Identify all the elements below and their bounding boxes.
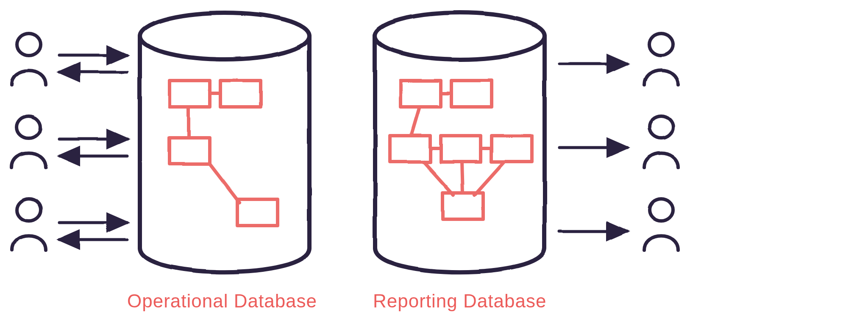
svg-line-16 (411, 107, 420, 136)
schema-box (451, 81, 492, 107)
user-icon (644, 116, 678, 167)
schema-box (390, 136, 430, 162)
svg-point-0 (17, 33, 41, 56)
schema-box (441, 136, 481, 162)
user-icon (644, 33, 678, 85)
svg-line-19 (475, 162, 504, 195)
left-users (12, 33, 46, 250)
reporting-schema (390, 81, 532, 219)
operational-database (140, 13, 309, 272)
schema-box (443, 193, 483, 219)
schema-box (237, 199, 278, 226)
svg-line-17 (424, 162, 453, 195)
svg-line-8 (210, 164, 239, 203)
svg-point-21 (649, 116, 673, 138)
schema-box (401, 81, 441, 107)
svg-line-18 (462, 162, 463, 193)
user-icon (644, 199, 678, 250)
svg-point-1 (17, 116, 41, 138)
reporting-database (375, 13, 545, 272)
right-users (644, 33, 678, 250)
svg-point-22 (649, 199, 673, 221)
reporting-database-label: Reporting Database (373, 290, 546, 312)
right-arrows (559, 64, 627, 231)
svg-point-2 (17, 199, 41, 221)
architecture-diagram (0, 0, 868, 321)
user-icon (12, 33, 46, 85)
schema-box (170, 138, 210, 164)
svg-point-10 (375, 13, 545, 59)
schema-box (170, 81, 210, 107)
user-icon (12, 116, 46, 167)
operational-schema (170, 81, 278, 226)
operational-database-label: Operational Database (127, 290, 317, 312)
user-icon (12, 199, 46, 250)
svg-point-3 (140, 13, 309, 59)
svg-point-20 (649, 33, 673, 56)
schema-box (220, 81, 261, 107)
left-arrows (59, 55, 127, 240)
schema-box (492, 136, 532, 162)
